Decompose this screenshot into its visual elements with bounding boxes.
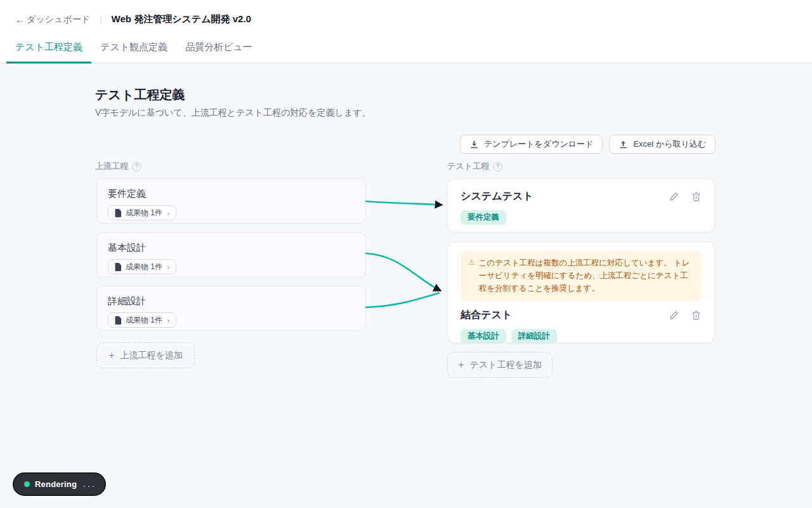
page-title: テスト工程定義	[95, 86, 185, 104]
linked-upstream-tag: 詳細設計	[511, 329, 557, 344]
upstream-card-detailed-design[interactable]: 詳細設計 成果物 1件 ›	[96, 286, 366, 331]
warning-text: このテスト工程は複数の上流工程に対応しています。 トレーサビリティを明確にするた…	[479, 257, 694, 295]
deliverables-badge[interactable]: 成果物 1件 ›	[108, 312, 176, 328]
delete-icon[interactable]	[691, 310, 702, 321]
add-upstream-process-button[interactable]: + 上流工程を追加	[96, 342, 195, 368]
connection-arrows	[365, 178, 454, 330]
toolbar: テンプレートをダウンロード Excel から取り込む	[460, 135, 716, 154]
chevron-right-icon: ›	[167, 208, 169, 218]
upstream-card-requirements[interactable]: 要件定義 成果物 1件 ›	[96, 178, 366, 224]
test-card-system-test: システムテスト 要件定義	[447, 178, 715, 232]
download-template-label: テンプレートをダウンロード	[484, 138, 593, 150]
header-divider: |	[100, 15, 102, 25]
add-test-process-button[interactable]: + テスト工程を追加	[447, 352, 553, 378]
plus-icon: +	[458, 359, 464, 371]
tab-test-process-definition[interactable]: テスト工程定義	[6, 34, 91, 64]
deliverables-badge[interactable]: 成果物 1件 ›	[108, 205, 176, 220]
deliverables-badge-label: 成果物 1件	[126, 262, 162, 272]
document-icon	[115, 209, 122, 217]
document-icon	[115, 263, 122, 271]
test-card-title: 結合テスト	[461, 309, 512, 322]
status-ellipsis: . . .	[83, 479, 95, 489]
linked-upstream-tag: 基本設計	[461, 329, 506, 344]
tab-quality-analysis-view[interactable]: 品質分析ビュー	[176, 34, 261, 64]
add-upstream-label: 上流工程を追加	[121, 350, 183, 361]
edit-icon[interactable]	[669, 310, 679, 321]
delete-icon[interactable]	[691, 191, 702, 202]
page-subtitle: V字モデルに基づいて、上流工程とテスト工程の対応を定義します。	[95, 107, 371, 119]
upstream-card-title: 基本設計	[108, 242, 355, 254]
linked-upstream-tag: 要件定義	[461, 210, 506, 225]
deliverables-badge-label: 成果物 1件	[126, 315, 162, 326]
upstream-column-label: 上流工程 ?	[95, 161, 141, 172]
download-template-button[interactable]: テンプレートをダウンロード	[460, 135, 603, 154]
edit-icon[interactable]	[669, 191, 679, 202]
tab-bar: テスト工程定義 テスト観点定義 品質分析ビュー	[6, 34, 261, 64]
back-label: ダッシュボード	[27, 14, 90, 25]
upload-icon	[619, 140, 628, 149]
deliverables-badge[interactable]: 成果物 1件 ›	[108, 259, 176, 274]
import-excel-button[interactable]: Excel から取り込む	[609, 135, 716, 154]
upstream-card-title: 詳細設計	[108, 295, 355, 307]
breadcrumb: ← ダッシュボード | Web 発注管理システム開発 v2.0	[15, 13, 251, 25]
status-dot-icon	[24, 481, 30, 487]
warning-icon: ⚠	[468, 257, 475, 295]
upstream-card-title: 要件定義	[108, 188, 355, 200]
tab-test-viewpoint-definition[interactable]: テスト観点定義	[91, 34, 176, 64]
test-column-label: テスト工程 ?	[447, 161, 502, 172]
upstream-column-label-text: 上流工程	[95, 161, 128, 172]
plus-icon: +	[108, 350, 114, 361]
import-excel-label: Excel から取り込む	[633, 138, 706, 150]
app-header: ← ダッシュボード | Web 発注管理システム開発 v2.0 テスト工程定義 …	[0, 0, 812, 64]
back-to-dashboard-link[interactable]: ← ダッシュボード	[15, 14, 90, 25]
download-icon	[469, 140, 479, 149]
test-card-title: システムテスト	[461, 190, 534, 203]
add-test-label: テスト工程を追加	[470, 359, 542, 371]
upstream-card-basic-design[interactable]: 基本設計 成果物 1件 ›	[96, 232, 366, 277]
document-icon	[115, 316, 122, 324]
status-label: Rendering	[35, 479, 77, 489]
test-help-icon[interactable]: ?	[493, 162, 502, 171]
test-column-label-text: テスト工程	[447, 161, 489, 172]
project-title: Web 発注管理システム開発 v2.0	[112, 13, 251, 25]
test-card-integration-test: ⚠ このテスト工程は複数の上流工程に対応しています。 トレーサビリティを明確にす…	[447, 241, 715, 343]
deliverables-badge-label: 成果物 1件	[126, 208, 162, 218]
rendering-status-badge: Rendering . . .	[13, 472, 106, 496]
upstream-help-icon[interactable]: ?	[132, 162, 141, 171]
multiple-upstream-warning: ⚠ このテスト工程は複数の上流工程に対応しています。 トレーサビリティを明確にす…	[461, 251, 702, 301]
back-arrow-icon: ←	[15, 14, 25, 25]
chevron-right-icon: ›	[167, 316, 169, 325]
chevron-right-icon: ›	[167, 262, 169, 272]
